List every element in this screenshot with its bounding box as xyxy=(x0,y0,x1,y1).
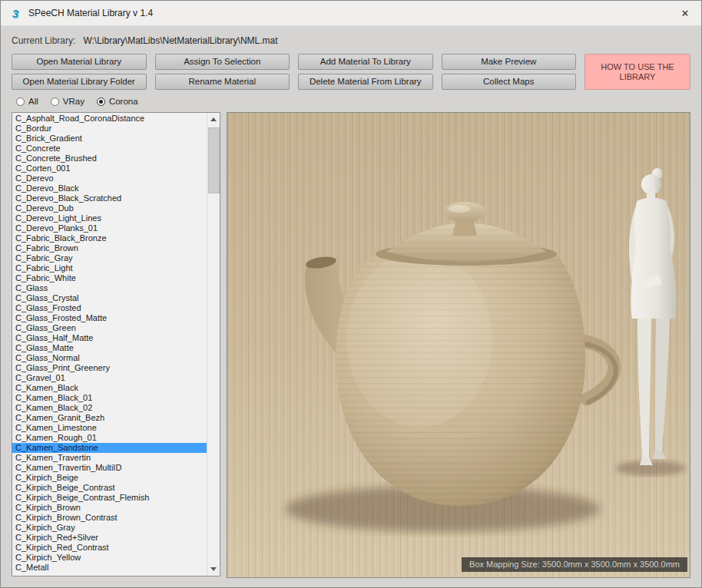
material-item[interactable]: C_Fabric_Brown xyxy=(12,243,207,253)
open-material-library-folder-button[interactable]: Open Material Library Folder xyxy=(12,74,147,90)
material-item[interactable]: C_Derevo_Dub xyxy=(12,203,207,213)
delete-material-from-library-button[interactable]: Delete Material From Library xyxy=(298,74,433,90)
box-mapping-size-label: Box Mapping Size: 3500.0mm x 3500.0mm x … xyxy=(462,557,687,572)
material-item[interactable]: C_Kirpich_Brown_Contrast xyxy=(12,513,207,523)
material-item[interactable]: C_Kirpich_Brown xyxy=(12,503,207,513)
list-scrollbar[interactable] xyxy=(207,113,220,576)
material-item[interactable]: C_Kirpich_Beige_Contrast xyxy=(12,483,207,493)
filter-label: Corona xyxy=(109,97,138,106)
material-item[interactable]: C_Brick_Gradient xyxy=(12,134,207,144)
material-item[interactable]: C_Kirpich_Gray xyxy=(12,523,207,533)
current-library-label: Current Library: xyxy=(12,35,75,46)
current-library-row: Current Library: W:\Library\MatLibs\NetM… xyxy=(12,35,690,46)
material-item[interactable]: C_Kirpich_Yellow xyxy=(12,553,207,563)
material-item[interactable]: C_Derevo xyxy=(12,173,207,183)
material-item[interactable]: C_Glass xyxy=(12,283,207,293)
close-button[interactable]: ✕ xyxy=(669,1,701,26)
renderer-filter-row: AllVRayCorona xyxy=(16,97,690,106)
main-area: C_Asphalt_Road_CoronaDistanceC_BordurC_B… xyxy=(12,112,690,578)
material-item[interactable]: C_Kamen_Black_01 xyxy=(12,393,207,403)
material-item[interactable]: C_Glass_Frosted_Matte xyxy=(12,313,207,323)
material-item[interactable]: C_Derevo_Black xyxy=(12,183,207,193)
material-item[interactable]: C_Asphalt_Road_CoronaDistance xyxy=(12,114,207,124)
how-to-use-library-button[interactable]: HOW TO USE THE LIBRARY xyxy=(584,54,690,90)
titlebar: 3 SPeeCH Material Library v 1.4 ✕ xyxy=(1,1,701,26)
material-item[interactable]: C_Kirpich_Red_Contrast xyxy=(12,543,207,553)
material-item[interactable]: C_Kamen_Granit_Bezh xyxy=(12,413,207,423)
material-item[interactable]: C_Concrete_Brushed xyxy=(12,154,207,164)
add-material-to-library-button[interactable]: Add Material To Library xyxy=(298,54,433,70)
material-item[interactable]: C_Fabric_Black_Bronze xyxy=(12,233,207,243)
material-item[interactable]: C_Kamen_Black xyxy=(12,383,207,393)
material-item[interactable]: C_Glass_Green xyxy=(12,323,207,333)
filter-radio-vray[interactable]: VRay xyxy=(51,97,84,106)
material-item[interactable]: C_Glass_Matte xyxy=(12,343,207,353)
filter-radio-all[interactable]: All xyxy=(16,97,38,106)
material-item[interactable]: C_Glass_Crystal xyxy=(12,293,207,303)
radio-icon xyxy=(97,97,105,106)
scroll-up-button[interactable] xyxy=(207,113,220,126)
material-item[interactable]: C_Glass_Normal xyxy=(12,353,207,363)
material-item[interactable]: C_Glass_Frosted xyxy=(12,303,207,313)
scroll-down-icon xyxy=(210,567,217,571)
material-item[interactable]: C_Derevo_Planks_01 xyxy=(12,223,207,233)
scrollbar-track[interactable] xyxy=(207,126,220,563)
material-item[interactable]: C_Kamen_Black_02 xyxy=(12,403,207,413)
material-item[interactable]: C_Gravel_01 xyxy=(12,373,207,383)
material-item[interactable]: C_Kirpich_Beige_Contrast_Flemish xyxy=(12,493,207,503)
scroll-down-button[interactable] xyxy=(207,563,220,576)
filter-radio-corona[interactable]: Corona xyxy=(97,97,138,106)
material-item[interactable]: C_Concrete xyxy=(12,144,207,154)
make-preview-button[interactable]: Make Preview xyxy=(442,54,577,70)
material-item[interactable]: C_Kamen_Travertin_MultiID xyxy=(12,463,207,473)
scroll-up-icon xyxy=(210,117,217,121)
material-item[interactable]: C_Bordur xyxy=(12,124,207,134)
material-item[interactable]: C_Kirpich_Beige xyxy=(12,473,207,483)
filter-label: All xyxy=(28,97,38,106)
rename-material-button[interactable]: Rename Material xyxy=(155,74,290,90)
assign-to-selection-button[interactable]: Assign To Selection xyxy=(155,54,290,70)
material-item[interactable]: C_Derevo_Light_Lines xyxy=(12,213,207,223)
material-preview-panel: Box Mapping Size: 3500.0mm x 3500.0mm x … xyxy=(227,112,690,578)
material-item[interactable]: C_Fabric_Gray xyxy=(12,253,207,263)
material-item[interactable]: C_Fabric_White xyxy=(12,273,207,283)
3dsmax-logo-icon: 3 xyxy=(8,6,22,20)
material-item[interactable]: C_Derevo_Black_Scratched xyxy=(12,193,207,203)
material-item[interactable]: C_Glass_Print_Greenery xyxy=(12,363,207,373)
material-list: C_Asphalt_Road_CoronaDistanceC_BordurC_B… xyxy=(12,114,207,573)
material-item[interactable]: C_Kamen_Rough_01 xyxy=(12,433,207,443)
material-item[interactable]: C_Kamen_Travertin xyxy=(12,453,207,463)
material-item[interactable]: C_Metall xyxy=(12,563,207,573)
material-library-window: 3 SPeeCH Material Library v 1.4 ✕ Curren… xyxy=(0,0,702,588)
window-title: SPeeCH Material Library v 1.4 xyxy=(28,8,669,18)
filter-label: VRay xyxy=(63,97,84,106)
material-item[interactable]: C_Glass_Half_Matte xyxy=(12,333,207,343)
window-body: Current Library: W:\Library\MatLibs\NetM… xyxy=(1,26,701,578)
material-item[interactable]: C_Kamen_Sandstone xyxy=(12,443,207,453)
open-material-library-button[interactable]: Open Material Library xyxy=(12,54,147,70)
material-list-panel: C_Asphalt_Road_CoronaDistanceC_BordurC_B… xyxy=(12,112,220,576)
material-item[interactable]: C_Kamen_Limestone xyxy=(12,423,207,433)
radio-icon xyxy=(51,97,59,106)
radio-icon xyxy=(16,97,25,106)
material-item[interactable]: C_Corten_001 xyxy=(12,164,207,173)
material-item[interactable]: C_Fabric_Light xyxy=(12,263,207,273)
teapot-render-image xyxy=(227,113,690,577)
scrollbar-thumb[interactable] xyxy=(208,127,220,193)
collect-maps-button[interactable]: Collect Maps xyxy=(442,74,577,90)
toolbar: Open Material Library Assign To Selectio… xyxy=(12,54,690,90)
material-item[interactable]: C_Kirpich_Red+Silver xyxy=(12,533,207,543)
current-library-path: W:\Library\MatLibs\NetMaterialLibrary\NM… xyxy=(83,35,277,46)
